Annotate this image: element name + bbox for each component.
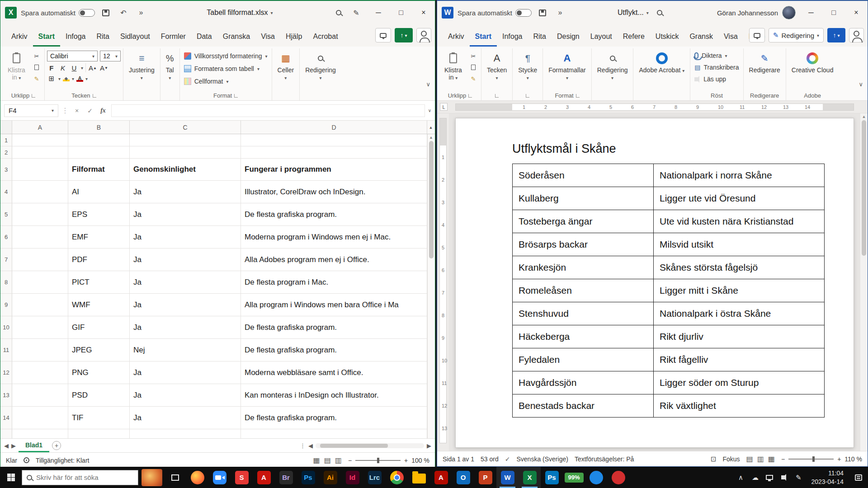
row-header-4[interactable]: 4 [0, 181, 12, 203]
format-as-table-button[interactable]: Formatera som tabell▾ [182, 63, 269, 74]
row-header-11[interactable]: 11 [0, 339, 12, 361]
save-icon[interactable] [536, 6, 549, 19]
save-icon[interactable] [99, 6, 113, 19]
conditional-formatting-button[interactable]: Villkorsstyrd formatering▾ [182, 51, 269, 61]
dialog-launcher-icon[interactable] [93, 94, 96, 98]
word-table-cell[interactable]: Ligger ute vid Öresund [654, 187, 825, 210]
word-table-cell[interactable]: Tosteberga ängar [513, 210, 654, 233]
collapse-ribbon-icon[interactable]: ∨ [426, 81, 430, 88]
cell-C7[interactable]: Ja [130, 249, 241, 271]
taskbar-app-acrobat[interactable]: A [253, 467, 275, 488]
task-view-button[interactable] [165, 467, 184, 488]
network-icon[interactable] [762, 467, 777, 488]
cell-A10[interactable] [12, 316, 68, 339]
word-table-cell[interactable]: Häckeberga [513, 325, 654, 348]
minimize-button[interactable]: ─ [800, 1, 822, 24]
cell-B4[interactable]: AI [68, 181, 130, 203]
row-header-3[interactable]: 3 [0, 159, 12, 181]
autosave-toggle[interactable] [515, 9, 532, 17]
cut-button[interactable]: ✂ [31, 52, 42, 61]
cell-A3[interactable] [12, 159, 68, 181]
tab-acrobat[interactable]: Acrobat [307, 28, 343, 47]
cell-D2[interactable] [241, 146, 427, 159]
transcribe-button[interactable]: ▤ Transkribera [693, 62, 741, 72]
word-table-cell[interactable]: Söderåsen [513, 164, 654, 187]
zoom-in-icon[interactable]: + [837, 455, 841, 463]
hscroll-right-icon[interactable]: ▶ [427, 442, 431, 449]
zoom-in-icon[interactable]: + [404, 457, 408, 464]
row-header-7[interactable]: 7 [0, 249, 12, 271]
word-table-cell[interactable]: Havgårdssjön [513, 371, 654, 394]
dialog-launcher-icon[interactable] [32, 94, 35, 98]
cell-B7[interactable]: PDF [68, 249, 130, 271]
sheet-next-icon[interactable]: ▶ [11, 442, 16, 449]
share-button[interactable]: ↑▾ [395, 28, 413, 42]
taskbar-app-app-red[interactable] [607, 467, 629, 488]
adobe-acrobat-button[interactable]: Adobe Acrobat ▾ [636, 49, 688, 75]
cell-C5[interactable]: Ja [130, 203, 241, 226]
insert-function-button[interactable]: fx [98, 107, 108, 114]
cell-D9[interactable]: Alla program i Windows men bara Office i… [241, 294, 427, 316]
cell-D15[interactable] [241, 429, 427, 438]
scroll-up-icon[interactable]: ▲ [862, 114, 866, 119]
row-header-6[interactable]: 6 [0, 226, 12, 249]
cell-B6[interactable]: EMF [68, 226, 130, 249]
onedrive-cloud-icon[interactable]: ☁ [748, 467, 762, 488]
zoom-out-icon[interactable]: − [781, 455, 785, 463]
cell-B15[interactable] [68, 429, 130, 438]
decrease-font-button[interactable]: A▼ [99, 63, 108, 72]
col-header-b[interactable]: B [68, 121, 130, 134]
zoom-slider[interactable] [788, 459, 834, 460]
taskbar-app-folder[interactable] [408, 467, 430, 488]
fill-color-button[interactable]: ◆ [63, 76, 70, 81]
styles-button[interactable]: A Formatmallar▾ [545, 49, 589, 82]
word-table-cell[interactable]: Krankesjön [513, 256, 654, 279]
tab-start[interactable]: Start [470, 28, 497, 47]
cell-D13[interactable]: Kan monteras i InDesign och Illustrator. [241, 384, 427, 407]
underline-button[interactable]: U [70, 63, 79, 72]
word-table-cell[interactable]: Skånes största fågelsjö [654, 256, 825, 279]
word-page[interactable]: Utflyktsmål i Skåne SöderåsenNationalpar… [455, 118, 854, 448]
taskbar-app-photoshop[interactable]: Ps [297, 467, 319, 488]
font-size-combo[interactable]: 12▾ [100, 51, 121, 61]
notification-center-button[interactable] [849, 467, 868, 488]
scrollbar-thumb[interactable] [862, 120, 866, 256]
sheet-options-icon[interactable]: ⋮ [300, 442, 306, 449]
cell-C2[interactable] [130, 146, 241, 159]
add-sheet-button[interactable]: + [52, 441, 61, 450]
text-predictions[interactable]: Textförutsägelser: På [575, 455, 634, 463]
scrollbar-thumb[interactable] [320, 444, 388, 448]
cell-D10[interactable]: De flesta grafiska program. [241, 316, 427, 339]
autosave-toggle[interactable] [79, 9, 95, 17]
tab-granska[interactable]: Granska [217, 28, 255, 47]
word-table-cell[interactable]: Romeleåsen [513, 279, 654, 302]
cell-A5[interactable] [12, 203, 68, 226]
cell-D8[interactable]: De flesta program i Mac. [241, 271, 427, 294]
start-button[interactable] [0, 467, 22, 488]
format-painter-button[interactable]: ✎ [468, 74, 479, 83]
dictate-button[interactable]: Diktera▾ [693, 51, 741, 61]
excel-document-title[interactable]: Tabell filformat.xlsx▾ [207, 9, 273, 17]
comments-button[interactable] [749, 28, 765, 42]
row-header-15[interactable]: 15 [0, 429, 12, 438]
col-header-a[interactable]: A [12, 121, 68, 134]
read-aloud-button[interactable]: Läs upp [693, 74, 741, 84]
word-table-cell[interactable]: Milsvid utsikt [654, 233, 825, 256]
row-header-14[interactable]: 14 [0, 407, 12, 429]
col-header-d[interactable]: D [241, 121, 427, 134]
minimize-button[interactable]: ─ [367, 1, 390, 24]
editing-button[interactable]: Redigering▾ [302, 49, 339, 82]
ink-pen-icon[interactable]: ✎ [349, 6, 363, 19]
widgets-icon[interactable] [142, 469, 162, 486]
dialog-launcher-icon[interactable] [234, 94, 238, 98]
dialog-launcher-icon[interactable] [495, 94, 499, 98]
number-format-button[interactable]: % Tal▾ [163, 49, 177, 82]
tab-design[interactable]: Design [552, 28, 585, 47]
maximize-button[interactable]: □ [822, 1, 845, 24]
tab-refere[interactable]: Refere [618, 28, 650, 47]
cell-C8[interactable]: Ja [130, 271, 241, 294]
cell-B13[interactable]: PSD [68, 384, 130, 407]
paste-button[interactable]: Klistra in ▾ [5, 49, 28, 82]
row-header-5[interactable]: 5 [0, 203, 12, 226]
font-color-button[interactable]: A [76, 75, 83, 82]
